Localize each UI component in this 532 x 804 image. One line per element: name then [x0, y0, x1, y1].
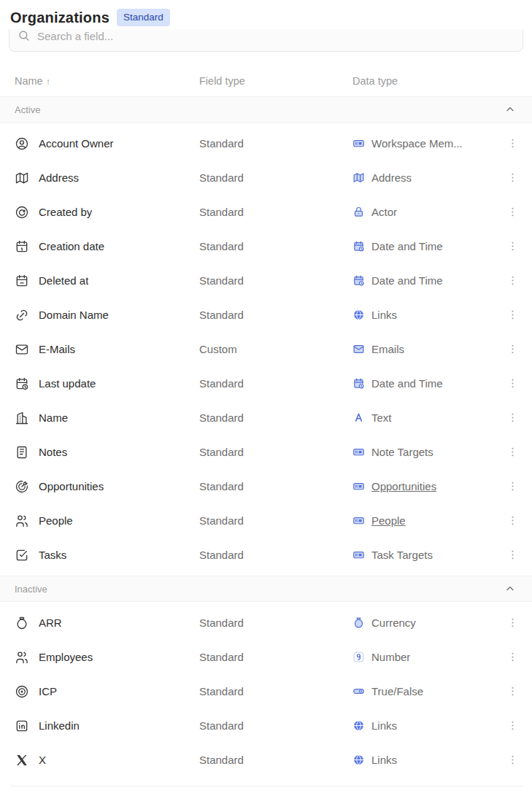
table-row[interactable]: Account OwnerStandardWorkspace Mem... [10, 126, 522, 161]
dots-vertical-icon [506, 171, 519, 184]
table-row[interactable]: Domain NameStandardLinks [10, 298, 522, 332]
section-rows-active: Account OwnerStandardWorkspace Mem...Add… [0, 123, 532, 576]
number-9-icon [352, 651, 365, 663]
data-type: Emails [371, 343, 404, 355]
field-type: Standard [195, 549, 348, 561]
row-menu-button[interactable] [503, 612, 522, 634]
table-row[interactable]: AddressStandardAddress [10, 161, 522, 195]
field-name: Creation date [39, 240, 104, 252]
row-menu-button[interactable] [503, 681, 522, 703]
row-menu-button[interactable] [503, 544, 522, 566]
relation-icon [352, 480, 365, 492]
section-header-inactive[interactable]: Inactive [0, 576, 532, 602]
toggle-icon [352, 685, 365, 697]
search-field[interactable] [9, 29, 523, 52]
letter-a-icon [352, 411, 365, 424]
relation-icon [352, 137, 365, 150]
globe-icon [352, 719, 365, 732]
table-row[interactable]: NameStandardText [10, 401, 522, 435]
field-type: Standard [195, 309, 348, 321]
table-row[interactable]: Deleted atStandardDate and Time [10, 263, 522, 298]
table-row[interactable]: NotesStandardNote Targets [10, 435, 522, 469]
dots-vertical-icon [506, 480, 519, 492]
table-row[interactable]: LinkedinStandardLinks [10, 708, 522, 743]
calendar-minus-icon [15, 274, 29, 288]
field-name: Domain Name [39, 309, 109, 321]
chevron-up-icon[interactable] [504, 583, 516, 595]
data-type: Address [371, 171, 412, 184]
section-rows-inactive: ARRStandardCurrencyEmployeesStandardNumb… [0, 602, 532, 781]
field-name: People [39, 514, 73, 527]
data-type: Date and Time [371, 240, 443, 252]
target-arrow-icon [15, 479, 29, 494]
data-type: Links [371, 309, 397, 321]
search-input[interactable] [37, 30, 514, 42]
note-icon [15, 445, 29, 460]
dots-vertical-icon [506, 549, 519, 561]
row-menu-button[interactable] [503, 201, 522, 223]
dots-vertical-icon [506, 719, 519, 732]
field-name: ICP [39, 685, 57, 697]
chevron-up-icon[interactable] [504, 104, 516, 115]
row-menu-button[interactable] [503, 407, 522, 429]
row-menu-button[interactable] [503, 510, 522, 532]
row-menu-button[interactable] [503, 304, 522, 326]
row-menu-button[interactable] [503, 476, 522, 498]
table-row[interactable]: ICPStandardTrue/False [10, 674, 522, 708]
data-type-link[interactable]: Opportunities [371, 480, 436, 492]
data-type: True/False [371, 685, 423, 697]
target-icon [15, 684, 29, 699]
row-menu-button[interactable] [503, 270, 522, 292]
section-header-active[interactable]: Active [0, 96, 532, 123]
globe-icon [352, 754, 365, 766]
data-type: Note Targets [371, 446, 433, 458]
field-type: Standard [195, 651, 348, 663]
dots-vertical-icon [506, 343, 519, 355]
row-menu-button[interactable] [503, 441, 522, 463]
row-menu-button[interactable] [503, 715, 522, 737]
table-row[interactable]: XStandardLinks [10, 743, 522, 777]
field-type: Standard [195, 137, 348, 150]
dots-vertical-icon [506, 754, 519, 766]
field-name: Tasks [39, 549, 66, 561]
row-menu-button[interactable] [503, 167, 522, 189]
rotate-icon [15, 205, 29, 220]
row-menu-button[interactable] [503, 749, 522, 771]
relation-icon [352, 549, 365, 561]
table-row[interactable]: Created byStandardActor [10, 195, 522, 229]
row-menu-button[interactable] [503, 339, 522, 360]
table-row[interactable]: OpportunitiesStandardOpportunities [10, 469, 522, 503]
field-type: Standard [195, 274, 348, 287]
row-menu-button[interactable] [503, 133, 522, 155]
section-label: Inactive [15, 584, 47, 595]
lock-icon [352, 206, 365, 218]
dots-vertical-icon [506, 616, 519, 629]
calendar-clock-blue-icon [352, 274, 365, 287]
moneybag-blue-icon [352, 616, 365, 629]
users-icon [15, 650, 29, 665]
data-type-link[interactable]: People [371, 514, 406, 527]
relation-icon [352, 514, 365, 527]
table-row[interactable]: E-MailsCustomEmails [10, 332, 522, 366]
x-logo-icon [15, 753, 29, 768]
table-row[interactable]: PeopleStandardPeople [10, 503, 522, 538]
search-field-clipped [9, 29, 523, 53]
data-type: Workspace Mem... [371, 137, 463, 150]
table-row[interactable]: Creation dateStandardDate and Time [10, 229, 522, 263]
table-row[interactable]: TasksStandardTask Targets [10, 538, 522, 572]
column-header-name[interactable]: Name ↑ [10, 75, 195, 87]
dots-vertical-icon [506, 206, 519, 218]
row-menu-button[interactable] [503, 373, 522, 395]
sort-ascending-icon: ↑ [46, 76, 51, 87]
table-row[interactable]: ARRStandardCurrency [10, 606, 522, 640]
field-name: Account Owner [39, 137, 114, 150]
column-header-data-type: Data type [348, 75, 503, 87]
row-menu-button[interactable] [503, 236, 522, 258]
table-row[interactable]: Last updateStandardDate and Time [10, 366, 522, 401]
table-row[interactable]: EmployeesStandardNumber [10, 640, 522, 674]
row-menu-button[interactable] [503, 646, 522, 668]
field-list: ActiveAccount OwnerStandardWorkspace Mem… [0, 96, 532, 781]
field-type: Standard [195, 411, 348, 424]
mail-blue-icon [352, 343, 365, 355]
calendar-clock-blue-icon [352, 377, 365, 390]
